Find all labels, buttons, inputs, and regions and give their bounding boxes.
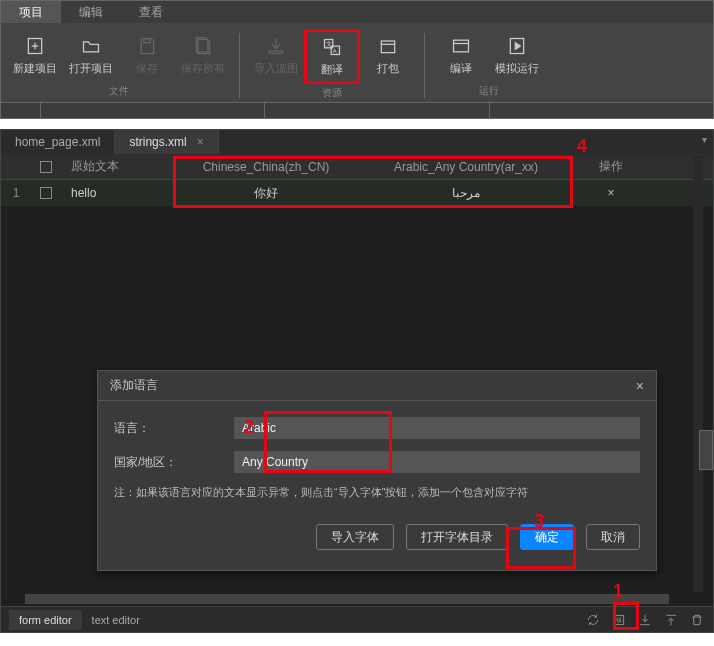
new-project-label: 新建项目 [13, 61, 57, 76]
play-icon [506, 35, 528, 57]
open-project-button[interactable]: 打开项目 [63, 29, 119, 82]
ribbon: 新建项目 打开项目 保存 保存所有 文件 [1, 23, 713, 102]
compile-icon [450, 35, 472, 57]
folder-open-icon [80, 35, 102, 57]
refresh-icon[interactable] [585, 612, 601, 628]
dialog-title: 添加语言 [110, 377, 158, 394]
horizontal-scrollbar[interactable] [25, 594, 669, 604]
pack-button[interactable]: 打包 [360, 29, 416, 84]
ribbon-separator [424, 33, 425, 98]
save-all-button[interactable]: 保存所有 [175, 29, 231, 82]
language-input[interactable] [234, 417, 640, 439]
package-icon [377, 35, 399, 57]
delete-row-icon[interactable]: × [607, 186, 614, 200]
translation-grid: 原始文本 Chinese_China(zh_CN) Arabic_Any Cou… [1, 154, 713, 206]
top-menu-tabs: 项目 编辑 查看 [1, 1, 713, 23]
row-checkbox[interactable] [31, 187, 61, 199]
add-language-dialog: 添加语言 × 语言： 国家/地区： 注：如果该语言对应的文本显示异常，则点击“导… [97, 370, 657, 571]
ribbon-separator [239, 33, 240, 98]
svg-rect-3 [144, 39, 151, 43]
export-icon[interactable] [637, 612, 653, 628]
open-font-dir-button[interactable]: 打开字体目录 [406, 524, 508, 550]
top-panel: 项目 编辑 查看 新建项目 打开项目 保存 保存所有 [0, 0, 714, 119]
save-label: 保存 [136, 61, 158, 76]
import-font-button[interactable]: 导入字体 [316, 524, 394, 550]
dialog-note: 注：如果该语言对应的文本显示异常，则点击“导入字体”按钮，添加一个包含对应字符 [114, 485, 640, 500]
translate-label: 翻译 [321, 62, 343, 77]
text-editor-tab[interactable]: text editor [82, 610, 150, 630]
vertical-scrollbar[interactable] [693, 156, 703, 592]
annotation-4: 4 [577, 136, 587, 157]
row-zh: 你好 [171, 185, 361, 202]
save-button[interactable]: 保存 [119, 29, 175, 82]
pack-label: 打包 [377, 61, 399, 76]
header-op: 操作 [571, 158, 651, 175]
svg-text:镇: 镇 [615, 617, 622, 623]
import-icon [265, 35, 287, 57]
compile-button[interactable]: 编译 [433, 29, 489, 82]
import-icon[interactable] [663, 612, 679, 628]
region-label: 国家/地区： [114, 454, 234, 471]
dialog-titlebar: 添加语言 × [98, 371, 656, 401]
save-icon [136, 35, 158, 57]
tab-view[interactable]: 查看 [121, 1, 181, 23]
dialog-buttons: 导入字体 打开字体目录 确定 取消 [114, 524, 640, 550]
row-orig: hello [61, 186, 171, 200]
annotation-2: 2 [244, 417, 254, 438]
file-tab-home[interactable]: home_page.xml [1, 130, 115, 154]
compile-label: 编译 [450, 61, 472, 76]
svg-text:A: A [333, 48, 337, 54]
editor-panel: home_page.xml strings.xml× ▾ 原始文本 Chines… [0, 129, 714, 633]
tab-edit[interactable]: 编辑 [61, 1, 121, 23]
form-editor-tab[interactable]: form editor [9, 610, 82, 630]
ribbon-group-file-caption: 文件 [109, 84, 129, 98]
simulate-button[interactable]: 模拟运行 [489, 29, 545, 82]
cancel-button[interactable]: 取消 [586, 524, 640, 550]
tab-project[interactable]: 项目 [1, 1, 61, 23]
row-line: 1 [1, 186, 31, 200]
status-bar: form editor text editor 镇 [1, 606, 713, 632]
trash-icon[interactable] [689, 612, 705, 628]
tab-overflow-icon[interactable]: ▾ [702, 134, 707, 145]
header-original: 原始文本 [61, 158, 171, 175]
ribbon-group-resource-caption: 资源 [322, 86, 342, 100]
add-language-icon[interactable]: 镇 [611, 612, 627, 628]
save-all-icon [192, 35, 214, 57]
translate-button[interactable]: 文A 翻译 [304, 29, 360, 84]
open-project-label: 打开项目 [69, 61, 113, 76]
ribbon-group-run: 编译 模拟运行 运行 [431, 29, 547, 100]
header-checkbox[interactable] [31, 161, 61, 173]
new-file-icon [24, 35, 46, 57]
save-all-label: 保存所有 [181, 61, 225, 76]
import-flow-label: 导入流图 [254, 61, 298, 76]
close-icon[interactable]: × [197, 135, 204, 149]
ok-button[interactable]: 确定 [520, 524, 574, 550]
grid-row[interactable]: 1 hello 你好 مرحبا × [1, 180, 713, 206]
side-handle[interactable] [699, 430, 713, 470]
svg-text:文: 文 [326, 40, 332, 47]
new-project-button[interactable]: 新建项目 [7, 29, 63, 82]
simulate-label: 模拟运行 [495, 61, 539, 76]
dialog-close-icon[interactable]: × [636, 378, 644, 394]
svg-rect-9 [381, 41, 394, 53]
ribbon-group-file: 新建项目 打开项目 保存 保存所有 文件 [5, 29, 233, 100]
translate-icon: 文A [321, 36, 343, 58]
row-op: × [571, 186, 651, 200]
file-tabs: home_page.xml strings.xml× ▾ [1, 130, 713, 154]
file-tab-strings-label: strings.xml [129, 135, 186, 149]
ribbon-group-resource: 导入流图 文A 翻译 打包 资源 [246, 29, 418, 102]
annotation-1: 1 [613, 581, 623, 602]
file-tab-strings[interactable]: strings.xml× [115, 130, 218, 154]
ribbon-group-run-caption: 运行 [479, 84, 499, 98]
grid-header: 原始文本 Chinese_China(zh_CN) Arabic_Any Cou… [1, 154, 713, 180]
header-ar: Arabic_Any Country(ar_xx) [361, 160, 571, 174]
file-tab-home-label: home_page.xml [15, 135, 100, 149]
svg-marker-14 [515, 43, 520, 50]
svg-rect-4 [269, 51, 282, 54]
region-input[interactable] [234, 451, 640, 473]
language-label: 语言： [114, 420, 234, 437]
annotation-3: 3 [534, 511, 544, 532]
row-ar: مرحبا [361, 186, 571, 201]
header-zh: Chinese_China(zh_CN) [171, 160, 361, 174]
import-flow-button[interactable]: 导入流图 [248, 29, 304, 84]
